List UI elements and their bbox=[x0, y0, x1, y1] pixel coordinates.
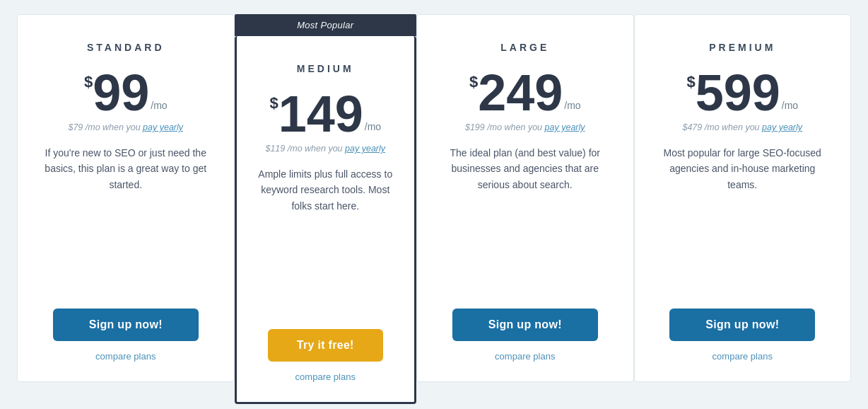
plan-name-medium: MEDIUM bbox=[297, 63, 354, 74]
price-row-standard: $99/mo bbox=[84, 67, 168, 118]
compare-link-large[interactable]: compare plans bbox=[495, 351, 555, 362]
plan-name-standard: STANDARD bbox=[87, 42, 165, 53]
plan-card-large: LARGE$249/mo$199 /mo when you pay yearly… bbox=[416, 14, 634, 382]
description-medium: Ample limits plus full access to keyword… bbox=[254, 166, 398, 309]
plan-name-premium: PREMIUM bbox=[709, 42, 775, 53]
amount-premium: 599 bbox=[696, 67, 780, 118]
cta-button-large[interactable]: Sign up now! bbox=[452, 309, 598, 341]
yearly-note-medium: $119 /mo when you pay yearly bbox=[265, 144, 385, 154]
compare-link-standard[interactable]: compare plans bbox=[95, 351, 156, 362]
amount-large: 249 bbox=[478, 67, 563, 118]
pay-yearly-link-large[interactable]: pay yearly bbox=[545, 122, 585, 132]
pay-yearly-link-premium[interactable]: pay yearly bbox=[762, 122, 802, 132]
yearly-note-standard: $79 /mo when you pay yearly bbox=[68, 122, 183, 132]
currency-large: $ bbox=[469, 74, 478, 90]
cta-section-large: Sign up now!compare plans bbox=[434, 309, 616, 362]
cta-section-standard: Sign up now!compare plans bbox=[35, 309, 217, 362]
plan-card-premium: PREMIUM$599/mo$479 /mo when you pay year… bbox=[634, 14, 852, 382]
plan-name-large: LARGE bbox=[500, 42, 549, 53]
pricing-container: STANDARD$99/mo$79 /mo when you pay yearl… bbox=[17, 14, 851, 404]
plan-card-medium: MEDIUM$149/mo$119 /mo when you pay yearl… bbox=[235, 36, 417, 404]
currency-medium: $ bbox=[269, 96, 278, 111]
cta-section-medium: Try it free!compare plans bbox=[254, 329, 398, 382]
cta-section-premium: Sign up now!compare plans bbox=[652, 309, 834, 362]
price-row-large: $249/mo bbox=[469, 67, 581, 118]
cta-button-medium[interactable]: Try it free! bbox=[268, 329, 383, 362]
currency-premium: $ bbox=[686, 74, 695, 90]
plan-card-standard: STANDARD$99/mo$79 /mo when you pay yearl… bbox=[17, 14, 235, 382]
period-premium: /mo bbox=[782, 100, 798, 111]
period-medium: /mo bbox=[365, 121, 381, 132]
pay-yearly-link-standard[interactable]: pay yearly bbox=[143, 122, 183, 132]
cta-button-premium[interactable]: Sign up now! bbox=[669, 309, 815, 341]
price-row-medium: $149/mo bbox=[269, 88, 381, 139]
period-standard: /mo bbox=[151, 100, 167, 111]
pay-yearly-link-medium[interactable]: pay yearly bbox=[345, 144, 385, 154]
cta-button-standard[interactable]: Sign up now! bbox=[53, 309, 199, 341]
compare-link-premium[interactable]: compare plans bbox=[712, 351, 773, 362]
yearly-note-large: $199 /mo when you pay yearly bbox=[465, 122, 585, 132]
description-standard: If you're new to SEO or just need the ba… bbox=[35, 145, 217, 289]
amount-standard: 99 bbox=[93, 67, 149, 118]
period-large: /mo bbox=[564, 100, 580, 111]
yearly-note-premium: $479 /mo when you pay yearly bbox=[682, 122, 802, 132]
compare-link-medium[interactable]: compare plans bbox=[295, 371, 356, 382]
price-row-premium: $599/mo bbox=[686, 67, 798, 118]
most-popular-banner: Most Popular bbox=[235, 14, 417, 36]
plan-wrapper-medium: Most PopularMEDIUM$149/mo$119 /mo when y… bbox=[235, 14, 417, 404]
currency-standard: $ bbox=[84, 74, 93, 90]
description-large: The ideal plan (and best value) for busi… bbox=[434, 145, 616, 289]
description-premium: Most popular for large SEO-focused agenc… bbox=[652, 145, 834, 289]
amount-medium: 149 bbox=[278, 88, 363, 139]
